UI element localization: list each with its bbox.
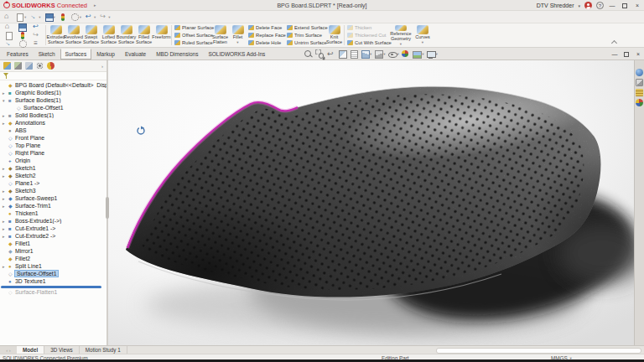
account-caret-icon[interactable]: ▾ [578,3,580,8]
document-close-button[interactable]: × [634,49,642,59]
feature-tree-item[interactable]: ▸ Annotations [0,119,106,127]
user-avatar[interactable] [584,2,592,9]
restore-button[interactable] [621,1,629,10]
fillet-button[interactable]: Fillet [229,24,247,46]
panel-splitter[interactable] [106,60,108,345]
expander-icon[interactable]: ▸ [3,113,8,118]
expander-icon[interactable]: ▾ [3,98,8,103]
view-tool-button[interactable] [387,49,399,59]
ribbon-small-button[interactable]: Untrim Surface [285,39,325,46]
ribbon-small-button[interactable]: Ruled Surface [173,39,211,46]
feature-tree-item[interactable]: ▸ Surface-Sweep1 [0,194,106,202]
filter-funnel-icon[interactable] [3,73,9,79]
command-tab[interactable]: SOLIDWORKS Add-Ins [203,49,270,60]
quick-access-button[interactable] [15,12,27,22]
task-pane-tab-icon[interactable] [636,69,643,76]
feature-tree-item[interactable]: Fillet2 [0,255,106,262]
reference-geometry-button[interactable]: Reference Geometry [389,24,413,46]
ribbon-big-button[interactable]: Swept Surface [82,24,100,46]
document-tab[interactable]: Motion Study 1 [80,346,127,354]
ribbon-small-button[interactable]: Extend Surface [285,24,325,31]
command-tab[interactable]: Features [2,49,34,60]
quick-access-grid-button[interactable] [18,23,26,31]
panel-tab-icon[interactable] [36,62,44,70]
feature-tree-item[interactable]: ▸ Graphic Bodies(1) [0,89,106,96]
view-tool-button[interactable] [413,49,424,59]
expander-icon[interactable]: ▸ [3,121,8,126]
tree-root-item[interactable]: BPG Board (Default<<Default>_Displ [0,81,106,89]
feature-tree-item[interactable]: Surface-Offset1 [0,270,106,277]
ribbon-big-button[interactable]: Filled Surface [135,24,153,46]
quick-access-button[interactable] [59,12,68,22]
task-pane-tab-icon[interactable] [636,79,643,86]
feature-tree-item[interactable]: ▸ Sketch1 [0,164,106,172]
expander-icon[interactable]: ▸ [3,90,8,96]
quick-access-button[interactable] [99,12,111,22]
panel-tab-icon[interactable] [47,62,55,70]
command-tab[interactable]: MBD Dimensions [151,49,203,60]
collapse-ribbon-button[interactable] [611,40,617,44]
feature-tree-item[interactable]: Right Plane [0,149,106,157]
feature-tree-item[interactable]: Thicken1 [0,209,106,217]
quick-access-grid-button[interactable] [33,32,40,39]
expander-icon[interactable]: ▸ [3,204,8,209]
view-tool-button[interactable] [315,49,325,59]
quick-access-button[interactable] [29,12,41,22]
feature-tree-item[interactable]: ▸ Surface-Trim1 [0,202,106,209]
quick-access-grid-button[interactable] [18,32,26,39]
feature-tree-item[interactable]: ▸ Sketch3 [0,187,106,194]
graphics-viewport[interactable] [107,60,634,345]
view-tool-button[interactable] [361,49,372,59]
ribbon-small-button[interactable]: Trim Surface [285,32,325,39]
splitter-grip[interactable] [106,197,109,219]
quick-access-button[interactable] [85,12,96,22]
knit-surface-button[interactable]: Knit Surface [325,24,343,46]
curves-button[interactable]: Curves [413,24,433,46]
quick-access-button[interactable] [3,12,13,22]
feature-tree-item[interactable]: Plane1 -> [0,179,106,187]
expander-icon[interactable]: ▸ [3,189,8,194]
feature-tree-item[interactable]: ABS [0,127,106,134]
view-tool-button[interactable] [374,49,386,59]
quick-access-button[interactable] [44,12,56,22]
expander-icon[interactable]: ▸ [3,219,8,224]
ribbon-big-button[interactable]: Lofted Surface [100,24,117,46]
panel-tab-icon[interactable] [14,62,22,70]
view-tool-button[interactable] [338,49,347,59]
expander-icon[interactable]: ▸ [3,234,8,239]
feature-tree-item[interactable]: Fillet1 [0,240,106,247]
tab-scroll-buttons[interactable]: ‹ › [0,346,17,354]
quick-access-grid-button[interactable] [33,23,40,31]
feature-tree-item[interactable]: Surface-Flatten1 [0,288,106,296]
document-tab[interactable]: 3D Views [44,346,79,354]
account-name[interactable]: DTV Shredder [537,3,574,8]
ribbon-small-button[interactable]: Delete Face [247,24,285,31]
feature-tree-item[interactable]: Surface-Offset1 [0,104,106,111]
feature-tree-item[interactable]: ▾ Surface Bodies(1) [0,96,106,104]
document-minimize-button[interactable]: — [610,49,619,59]
view-tool-button[interactable] [349,49,358,59]
ribbon-small-button[interactable]: Replace Face [247,32,285,39]
feature-tree-item[interactable]: ▸ Solid Bodies(1) [0,111,106,119]
panel-tabs-overflow-icon[interactable]: › [101,64,103,69]
feature-tree-item[interactable]: ▸ Sketch2 [0,172,106,179]
view-tool-button[interactable] [326,49,335,59]
feature-tree-item[interactable]: ▸ Boss-Extrude1(->) [0,217,106,225]
help-button[interactable]: ? [596,2,604,9]
document-restore-button[interactable] [622,49,631,59]
ribbon-small-button[interactable]: Thicken [345,24,389,31]
command-tab[interactable]: Sketch [34,49,60,60]
app-menu-caret-icon[interactable]: ▸ [94,3,96,8]
expander-icon[interactable]: ▸ [3,166,8,171]
feature-tree-item[interactable]: Mirror1 [0,247,106,255]
minimize-button[interactable]: — [608,1,616,10]
command-tab[interactable]: Markup [91,49,120,60]
ribbon-small-button[interactable]: Thickened Cut [345,32,389,39]
task-pane-tab-icon[interactable] [636,99,643,106]
feature-tree-item[interactable]: ▸ Cut-Extrude1 -> [0,225,106,232]
quick-access-grid-button[interactable] [5,23,13,31]
feature-tree-item[interactable]: 3D Texture1 [0,277,106,285]
ribbon-small-button[interactable]: Offset Surface [173,32,211,39]
task-pane-tab-icon[interactable] [636,89,643,96]
panel-tab-icon[interactable] [3,62,11,70]
